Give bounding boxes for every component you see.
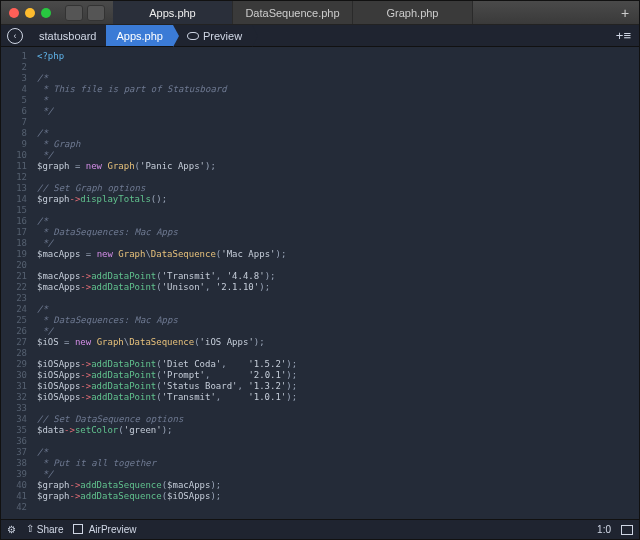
share-icon: [26, 524, 34, 535]
airpreview-icon: [73, 524, 83, 534]
airpreview-label: AirPreview: [89, 524, 137, 535]
code-editor[interactable]: 1234567891011121314151617181920212223242…: [1, 47, 639, 519]
breadcrumb-project[interactable]: statusboard: [29, 25, 106, 46]
code-line[interactable]: /*: [37, 304, 639, 315]
eye-icon: [187, 32, 199, 40]
cursor-position: 1:0: [597, 524, 611, 535]
code-line[interactable]: $iOSApps->addDataPoint('Prompt', '2.0.1'…: [37, 370, 639, 381]
code-line[interactable]: * DataSequences: Mac Apps: [37, 227, 639, 238]
window-controls: [1, 8, 59, 18]
code-line[interactable]: [37, 436, 639, 447]
line-number-gutter: 1234567891011121314151617181920212223242…: [1, 47, 33, 519]
breadcrumb-project-label: statusboard: [39, 30, 96, 42]
breadcrumb-file-label: Apps.php: [116, 30, 162, 42]
wrap-toggle-icon[interactable]: [621, 525, 633, 535]
minimize-window-button[interactable]: [25, 8, 35, 18]
share-label: Share: [37, 524, 64, 535]
code-line[interactable]: [37, 172, 639, 183]
code-line[interactable]: [37, 403, 639, 414]
navigate-back-icon[interactable]: ‹: [7, 28, 23, 44]
code-line[interactable]: $iOSApps->addDataPoint('Transmit', '1.0.…: [37, 392, 639, 403]
tab-apps-php[interactable]: Apps.php: [113, 1, 233, 24]
code-line[interactable]: [37, 502, 639, 513]
code-line[interactable]: * DataSequences: Mac Apps: [37, 315, 639, 326]
code-line[interactable]: [37, 260, 639, 271]
code-line[interactable]: */: [37, 150, 639, 161]
code-line[interactable]: *: [37, 95, 639, 106]
code-line[interactable]: // Set DataSequence options: [37, 414, 639, 425]
panel-toggle-icon[interactable]: [87, 5, 105, 21]
code-area[interactable]: <?php/* * This file is part of Statusboa…: [33, 47, 639, 519]
code-line[interactable]: */: [37, 106, 639, 117]
titlebar: Apps.phpDataSequence.phpGraph.php +: [1, 1, 639, 25]
code-line[interactable]: * This file is part of Statusboard: [37, 84, 639, 95]
code-line[interactable]: <?php: [37, 51, 639, 62]
airpreview-button[interactable]: AirPreview: [73, 524, 136, 535]
code-line[interactable]: * Put it all together: [37, 458, 639, 469]
code-line[interactable]: /*: [37, 128, 639, 139]
toolbar-view-buttons: [65, 5, 105, 21]
code-line[interactable]: $iOSApps->addDataPoint('Status Board', '…: [37, 381, 639, 392]
status-bar: Share AirPreview 1:0: [1, 519, 639, 539]
path-bar: ‹ statusboard Apps.php Preview +≡: [1, 25, 639, 47]
tab-strip: Apps.phpDataSequence.phpGraph.php: [113, 1, 611, 24]
code-line[interactable]: /*: [37, 73, 639, 84]
share-button[interactable]: Share: [26, 524, 63, 535]
code-line[interactable]: $data->setColor('green');: [37, 425, 639, 436]
tab-graph-php[interactable]: Graph.php: [353, 1, 473, 24]
code-line[interactable]: $graph->addDataSequence($iOSApps);: [37, 491, 639, 502]
code-line[interactable]: [37, 117, 639, 128]
gear-icon[interactable]: [7, 524, 16, 535]
code-line[interactable]: // Set Graph options: [37, 183, 639, 194]
code-line[interactable]: /*: [37, 216, 639, 227]
code-line[interactable]: * Graph: [37, 139, 639, 150]
code-line[interactable]: */: [37, 326, 639, 337]
editor-window: Apps.phpDataSequence.phpGraph.php + ‹ st…: [0, 0, 640, 540]
zoom-window-button[interactable]: [41, 8, 51, 18]
breadcrumb-file[interactable]: Apps.php: [106, 25, 172, 46]
code-line[interactable]: $iOSApps->addDataPoint('Diet Coda', '1.5…: [37, 359, 639, 370]
new-tab-button[interactable]: +: [611, 5, 639, 21]
code-line[interactable]: $macApps->addDataPoint('Transmit', '4.4.…: [37, 271, 639, 282]
tab-datasequence-php[interactable]: DataSequence.php: [233, 1, 353, 24]
code-line[interactable]: [37, 62, 639, 73]
close-window-button[interactable]: [9, 8, 19, 18]
code-line[interactable]: */: [37, 238, 639, 249]
code-line[interactable]: /*: [37, 447, 639, 458]
pathbar-add-button[interactable]: +≡: [608, 28, 639, 43]
code-line[interactable]: $graph->addDataSequence($macApps);: [37, 480, 639, 491]
sidebar-toggle-icon[interactable]: [65, 5, 83, 21]
code-line[interactable]: [37, 348, 639, 359]
code-line[interactable]: */: [37, 469, 639, 480]
code-line[interactable]: [37, 293, 639, 304]
breadcrumb-preview-label: Preview: [203, 30, 242, 42]
breadcrumb-preview[interactable]: Preview: [173, 25, 252, 46]
code-line[interactable]: $iOS = new Graph\DataSequence('iOS Apps'…: [37, 337, 639, 348]
code-line[interactable]: [37, 205, 639, 216]
code-line[interactable]: $macApps = new Graph\DataSequence('Mac A…: [37, 249, 639, 260]
code-line[interactable]: $graph->displayTotals();: [37, 194, 639, 205]
code-line[interactable]: $graph = new Graph('Panic Apps');: [37, 161, 639, 172]
code-line[interactable]: $macApps->addDataPoint('Unison', '2.1.10…: [37, 282, 639, 293]
